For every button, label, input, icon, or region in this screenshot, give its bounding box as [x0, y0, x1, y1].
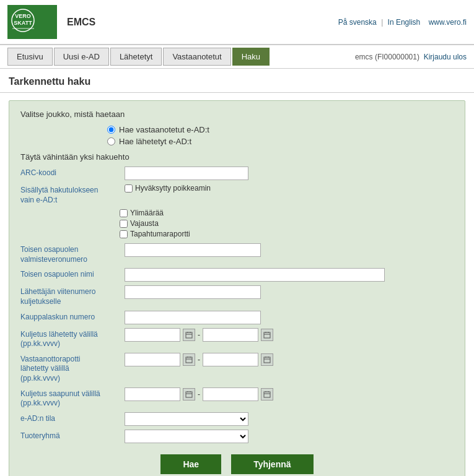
lahettajan-viite-label: Lähettäjän viitenumero kuljetukselle: [20, 285, 120, 306]
radio-row-vastaanotetut: Hae vastaanotetut e-AD:t: [107, 125, 454, 134]
svg-rect-25: [264, 392, 270, 397]
header: VERO SKATT EMCS På svenska | In English …: [0, 0, 474, 45]
vastaanottorap-control: -: [125, 353, 454, 366]
logo-svg: VERO SKATT: [9, 7, 56, 38]
ylimaaraa-control: Ylimäärää: [120, 209, 164, 217]
kuljetus-saapunut-from[interactable]: [125, 387, 180, 401]
kuljetus-saapunut-to[interactable]: [203, 387, 258, 401]
kuljetus-saapunut-label: Kuljetus saapunut välillä (pp.kk.vvvv): [20, 387, 120, 409]
vajausta-row: Vajausta: [20, 219, 454, 228]
toisen-valmiste-control: [125, 243, 454, 257]
form-hint: Täytä vähintään yksi hakuehto: [20, 152, 454, 162]
hae-button[interactable]: Hae: [160, 454, 221, 474]
radio-lahetetyt[interactable]: [107, 137, 115, 145]
tab-uusi-ead[interactable]: Uusi e-AD: [54, 48, 109, 66]
radio-vastaanotetut[interactable]: [107, 126, 115, 134]
tapahtumaraportti-checkbox[interactable]: [120, 230, 128, 238]
date-separator-ks: -: [198, 390, 200, 399]
search-box: Valitse joukko, mistä haetaan Hae vastaa…: [9, 100, 465, 476]
arc-koodi-label: ARC-koodi: [20, 167, 120, 178]
vajausta-control: Vajausta: [120, 219, 159, 228]
radio-row-lahetetyt: Hae lähetetyt e-AD:t: [107, 137, 454, 146]
header-links: På svenska | In English www.vero.fi: [338, 18, 467, 27]
hyvaksytty-checkbox[interactable]: [125, 184, 133, 193]
arc-koodi-row: ARC-koodi: [20, 167, 454, 180]
ead-tila-label: e-AD:n tila: [20, 412, 120, 424]
radio-vastaanotetut-label[interactable]: Hae vastaanotetut e-AD:t: [119, 125, 209, 134]
kuljetus-lahetetty-row: Kuljetus lähetetty välillä (pp.kk.vvvv) …: [20, 328, 454, 349]
calendar-icon-kl1[interactable]: [183, 329, 195, 341]
page-title: Tarkennettu haku: [0, 69, 474, 93]
calendar-svg5: [185, 391, 193, 398]
nav-tabs: Etusivu Uusi e-AD Lähetetyt Vastaanotetu…: [7, 48, 270, 66]
tab-vastaanotetut[interactable]: Vastaanotetut: [163, 48, 230, 66]
sisallyta-label: Sisällytä hakutulokseen vain e-AD:t: [20, 184, 120, 205]
emcs-title: EMCS: [67, 17, 95, 28]
calendar-svg4: [263, 356, 271, 363]
tapahtumaraportti-label[interactable]: Tapahtumaraportti: [130, 230, 190, 238]
kuljetus-lahetetty-control: -: [125, 328, 454, 342]
vastaanottorap-from[interactable]: [125, 353, 180, 366]
kuljetus-lahetetty-label: Kuljetus lähetetty välillä (pp.kk.vvvv): [20, 328, 120, 349]
calendar-icon-vr2[interactable]: [261, 353, 273, 366]
toisen-valmiste-input[interactable]: [125, 243, 261, 257]
sisallyta-control: Hyväksytty poikkeamin: [125, 184, 454, 194]
kuljetus-lahetetty-from[interactable]: [125, 328, 180, 342]
date-separator-vr: -: [198, 355, 200, 364]
hyvaksytty-label[interactable]: Hyväksytty poikkeamin: [135, 184, 211, 193]
tuoteryhma-select[interactable]: [125, 430, 248, 443]
lahettajan-viite-row: Lähettäjän viitenumero kuljetukselle: [20, 285, 454, 306]
kauppalaskun-input[interactable]: [125, 311, 261, 324]
date-separator-kl: -: [198, 331, 200, 339]
logout-link[interactable]: Kirjaudu ulos: [424, 53, 467, 61]
calendar-svg2: [263, 331, 271, 339]
kauppalaskun-control: [125, 311, 454, 324]
toisen-nimi-input[interactable]: [125, 268, 385, 282]
toisen-valmiste-row: Toisen osapuolen valmisteveronumero: [20, 243, 454, 264]
tab-lahetetyt[interactable]: Lähetetyt: [110, 48, 162, 66]
link-verofi[interactable]: www.vero.fi: [429, 18, 467, 27]
toisen-nimi-label: Toisen osapuolen nimi: [20, 268, 120, 280]
ead-tila-select[interactable]: [125, 412, 248, 426]
tapahtumaraportti-control: Tapahtumaraportti: [120, 230, 190, 238]
link-svenska[interactable]: På svenska: [338, 18, 377, 27]
vastaanottorap-label: Vastaanottorapotti lähetetty välillä (pp…: [20, 353, 120, 384]
link-english[interactable]: In English: [388, 18, 421, 27]
vajausta-label[interactable]: Vajausta: [130, 219, 159, 228]
tyhjenna-button[interactable]: Tyhjennä: [231, 454, 313, 474]
calendar-icon-vr1[interactable]: [183, 353, 195, 366]
svg-rect-21: [186, 392, 192, 397]
kuljetus-saapunut-control: -: [125, 387, 454, 401]
tuoteryhma-row: Tuoteryhmä: [20, 430, 454, 443]
ead-tila-control: [125, 412, 454, 426]
tab-etusivu[interactable]: Etusivu: [7, 48, 53, 66]
ylimaaraa-checkbox[interactable]: [120, 209, 128, 217]
vajausta-checkbox[interactable]: [120, 220, 128, 228]
tab-haku[interactable]: Haku: [232, 48, 270, 66]
lahettajan-viite-input[interactable]: [125, 285, 261, 299]
calendar-icon-ks2[interactable]: [261, 388, 273, 400]
tapahtumaraportti-row: Tapahtumaraportti: [20, 230, 454, 238]
arc-koodi-input[interactable]: [125, 167, 248, 180]
svg-text:SKATT: SKATT: [14, 20, 32, 26]
calendar-icon-ks1[interactable]: [183, 388, 195, 400]
button-row: Hae Tyhjennä: [20, 454, 454, 474]
radio-lahetetyt-label[interactable]: Hae lähetetyt e-AD:t: [119, 137, 191, 146]
main-content: Valitse joukko, mistä haetaan Hae vastaa…: [0, 93, 474, 476]
svg-rect-13: [186, 357, 192, 363]
calendar-svg3: [185, 356, 193, 363]
radio-group: Hae vastaanotetut e-AD:t Hae lähetetyt e…: [107, 125, 454, 146]
nav-user: emcs (FI00000001) Kirjaudu ulos: [355, 53, 467, 61]
calendar-icon-kl2[interactable]: [261, 329, 273, 341]
section-label: Valitse joukko, mistä haetaan: [20, 110, 454, 119]
ylimaaraa-label[interactable]: Ylimäärää: [130, 209, 164, 217]
separator: |: [381, 18, 385, 27]
ylimaaraa-row: Ylimäärää: [20, 209, 454, 217]
toisen-valmiste-label: Toisen osapuolen valmisteveronumero: [20, 243, 120, 264]
svg-rect-5: [186, 332, 192, 338]
svg-rect-9: [264, 332, 270, 338]
kuljetus-lahetetty-to[interactable]: [203, 328, 258, 342]
vastaanottorap-to[interactable]: [203, 353, 258, 366]
svg-rect-17: [264, 357, 270, 363]
logo-box: VERO SKATT: [7, 5, 57, 39]
